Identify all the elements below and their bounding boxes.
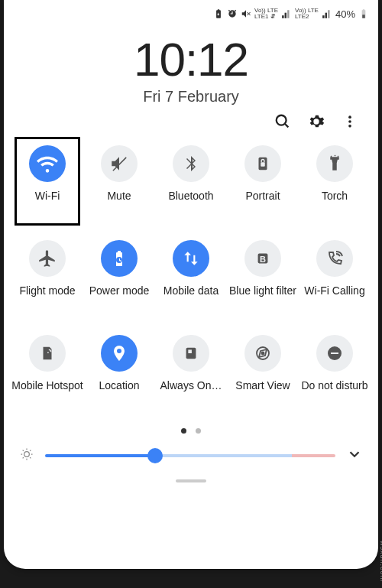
svg-rect-15: [331, 352, 338, 354]
svg-point-13: [262, 352, 264, 355]
expand-brightness-icon[interactable]: [346, 446, 363, 466]
quick-settings-panel: Vo)) LTELTE1 ⇵ Vo)) LTELTE2 40% 10:12 Fr…: [4, 0, 378, 569]
settings-gear-icon[interactable]: [308, 113, 325, 130]
brightness-slider[interactable]: [45, 454, 335, 457]
svg-point-3: [348, 120, 351, 123]
tile-portrait[interactable]: Portrait: [227, 141, 299, 236]
battery-pct: 40%: [335, 8, 355, 20]
brightness-row: [4, 434, 378, 473]
page-dot-1: [181, 428, 186, 434]
tile-label: Torch: [322, 190, 348, 216]
watermark: wsxdn.com: [379, 541, 382, 582]
volte2-indicator: Vo)) LTELTE2: [295, 8, 319, 20]
tile-label: Wi-Fi: [35, 190, 60, 216]
svg-point-0: [277, 115, 286, 125]
tile-flight-mode[interactable]: Flight mode: [11, 236, 83, 330]
tile-label: Bluetooth: [168, 190, 213, 216]
tile-wifi[interactable]: Wi-Fi: [11, 141, 83, 236]
mute-icon: [241, 8, 251, 19]
tile-label: Blue light filter: [229, 284, 296, 310]
volte1-indicator: Vo)) LTELTE1 ⇵: [254, 8, 278, 20]
svg-point-4: [348, 125, 351, 128]
location-icon: [101, 335, 138, 372]
tile-label: Mute: [107, 190, 131, 216]
portrait-lock-icon: [244, 145, 281, 182]
tile-dnd[interactable]: Do not disturb: [299, 330, 371, 425]
tile-label: Always On…: [160, 379, 222, 405]
tile-bluetooth[interactable]: Bluetooth: [155, 141, 227, 236]
torch-icon: [316, 145, 353, 182]
page-indicator[interactable]: [4, 428, 378, 434]
device-frame: Vo)) LTELTE1 ⇵ Vo)) LTELTE2 40% 10:12 Fr…: [0, 0, 382, 588]
tile-label: Location: [99, 379, 140, 405]
bluetooth-icon: [173, 145, 209, 182]
always-on-icon: [173, 335, 209, 372]
tile-wifi-calling[interactable]: Wi-Fi Calling: [299, 236, 371, 330]
alarm-icon: [227, 8, 238, 19]
tile-label: Power mode: [89, 284, 150, 310]
date: Fri 7 February: [4, 88, 378, 106]
battery-icon: [358, 8, 369, 19]
tile-hotspot[interactable]: Mobile Hotspot: [11, 330, 83, 425]
tile-smart-view[interactable]: Smart View: [227, 330, 299, 425]
page-dot-2: [196, 428, 201, 434]
tile-label: Mobile Hotspot: [11, 379, 83, 405]
blue-light-icon: B: [244, 240, 281, 277]
tile-label: Wi-Fi Calling: [304, 284, 364, 310]
tile-blue-light[interactable]: B Blue light filter: [227, 236, 299, 330]
drag-handle[interactable]: [176, 479, 206, 482]
search-icon[interactable]: [274, 113, 291, 130]
airplane-icon: [29, 240, 66, 277]
panel-actions: [4, 106, 378, 130]
status-bar: Vo)) LTELTE1 ⇵ Vo)) LTELTE2 40%: [4, 0, 378, 24]
tile-location[interactable]: Location: [83, 330, 155, 425]
tile-mobile-data[interactable]: Mobile data: [155, 236, 227, 330]
tile-label: Smart View: [235, 379, 290, 405]
brightness-icon: [19, 447, 34, 465]
power-mode-icon: [101, 240, 138, 277]
dnd-icon: [316, 335, 353, 372]
svg-point-2: [348, 115, 351, 119]
svg-rect-11: [188, 349, 192, 353]
wifi-icon: [29, 145, 66, 182]
svg-point-16: [24, 452, 30, 457]
mute-icon: [101, 145, 138, 182]
tile-label: Flight mode: [19, 284, 75, 310]
signal2-icon: [322, 8, 332, 19]
smart-view-icon: [244, 335, 281, 372]
wifi-calling-icon: [316, 240, 353, 277]
mobile-data-icon: [173, 240, 209, 277]
hotspot-icon: [29, 335, 66, 372]
svg-line-1: [285, 124, 289, 128]
tile-label: Portrait: [245, 190, 280, 216]
tile-always-on[interactable]: Always On…: [155, 330, 227, 425]
more-icon[interactable]: [342, 113, 358, 130]
tile-power-mode[interactable]: Power mode: [83, 236, 155, 330]
brightness-thumb[interactable]: [147, 448, 163, 463]
tile-mute[interactable]: Mute: [83, 141, 155, 236]
svg-point-9: [47, 352, 49, 353]
tile-label: Do not disturb: [301, 379, 367, 405]
signal1-icon: [281, 8, 292, 19]
battery-saver-icon: [213, 8, 224, 19]
svg-rect-6: [261, 162, 265, 167]
tile-torch[interactable]: Torch: [299, 141, 371, 236]
svg-text:B: B: [260, 255, 266, 264]
quick-settings-grid: Wi-Fi Mute Bluetooth Portrait Torch: [4, 130, 378, 425]
clock: 10:12: [4, 32, 378, 86]
tile-label: Mobile data: [163, 284, 219, 310]
